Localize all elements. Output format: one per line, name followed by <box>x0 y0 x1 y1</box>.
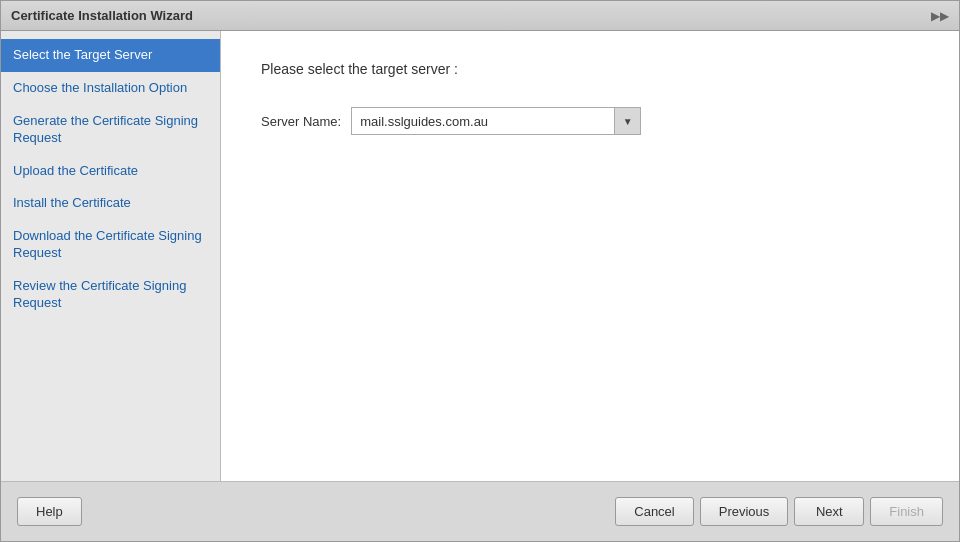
window-title: Certificate Installation Wizard <box>11 8 193 23</box>
server-name-select[interactable]: mail.sslguides.com.au ▼ <box>351 107 641 135</box>
sidebar-item-install-certificate[interactable]: Install the Certificate <box>1 187 220 220</box>
sidebar-item-choose-installation[interactable]: Choose the Installation Option <box>1 72 220 105</box>
cancel-button[interactable]: Cancel <box>615 497 693 526</box>
previous-button[interactable]: Previous <box>700 497 789 526</box>
titlebar-arrows: ▶▶ <box>931 9 949 23</box>
help-button[interactable]: Help <box>17 497 82 526</box>
server-name-row: Server Name: mail.sslguides.com.au ▼ <box>261 107 919 135</box>
main-content: Please select the target server : Server… <box>221 31 959 481</box>
sidebar: Select the Target Server Choose the Inst… <box>1 31 221 481</box>
sidebar-item-review-csr[interactable]: Review the Certificate Signing Request <box>1 270 220 320</box>
footer: Help Cancel Previous Next Finish <box>1 481 959 541</box>
main-heading: Please select the target server : <box>261 61 919 77</box>
sidebar-item-generate-csr[interactable]: Generate the Certificate Signing Request <box>1 105 220 155</box>
footer-right: Cancel Previous Next Finish <box>615 497 943 526</box>
content-area: Select the Target Server Choose the Inst… <box>1 31 959 481</box>
finish-button[interactable]: Finish <box>870 497 943 526</box>
sidebar-item-download-csr[interactable]: Download the Certificate Signing Request <box>1 220 220 270</box>
server-name-label: Server Name: <box>261 114 341 129</box>
server-name-value: mail.sslguides.com.au <box>352 110 614 133</box>
sidebar-item-select-target[interactable]: Select the Target Server <box>1 39 220 72</box>
next-button[interactable]: Next <box>794 497 864 526</box>
footer-left: Help <box>17 497 82 526</box>
titlebar: Certificate Installation Wizard ▶▶ <box>1 1 959 31</box>
server-select-dropdown-arrow[interactable]: ▼ <box>614 108 640 134</box>
wizard-window: Certificate Installation Wizard ▶▶ Selec… <box>0 0 960 542</box>
sidebar-item-upload-certificate[interactable]: Upload the Certificate <box>1 155 220 188</box>
